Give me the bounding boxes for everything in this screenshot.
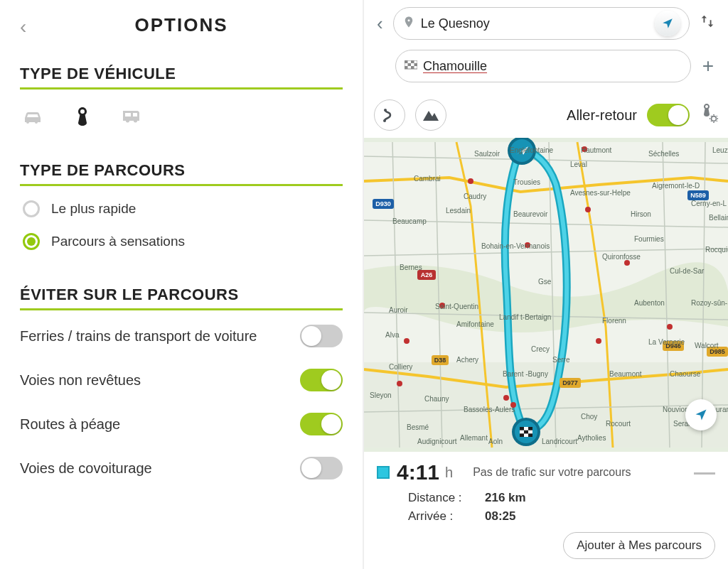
radio-icon — [23, 233, 40, 250]
motorcycle-icon[interactable] — [70, 104, 95, 129]
from-text: Le Quesnoy — [421, 16, 649, 31]
avoid-carpool: Voies de covoiturage — [20, 457, 343, 479]
avoid-unpaved: Voies non revêtues — [20, 369, 343, 391]
map-place-label: Audignicourt — [417, 438, 457, 445]
map-place-label: Quironfosse — [602, 253, 641, 261]
map-place-label: Leuze — [712, 146, 728, 154]
radio-label: Parcours à sensations — [51, 234, 185, 249]
map-place-label: Besmé — [407, 423, 429, 431]
map-place-label: Saulzoir — [474, 150, 500, 158]
options-panel: ‹ OPTIONS TYPE DE VÉHICULE TYPE DE PARCO… — [0, 0, 364, 569]
toggle-ferries[interactable] — [300, 325, 343, 347]
to-text: Chamouille — [423, 59, 682, 74]
route-panel: ‹ Le Quesnoy Chamouille — [364, 0, 728, 569]
to-row: Chamouille + — [374, 50, 718, 82]
add-waypoint-icon[interactable]: + — [698, 55, 718, 77]
map-place-label: Aigremont-le-D — [652, 182, 700, 190]
toggle-unpaved[interactable] — [300, 369, 343, 391]
to-field[interactable]: Chamouille — [395, 50, 691, 82]
arrival-value: 08:25 — [485, 507, 515, 526]
radio-fastest[interactable]: Le plus rapide — [23, 200, 343, 217]
svg-rect-3 — [408, 63, 412, 66]
svg-rect-31 — [524, 430, 528, 434]
map-svg: D930 A26 N589 D946 D985 D977 D38 Cambrai… — [364, 138, 728, 452]
svg-text:D977: D977 — [562, 379, 578, 386]
traffic-status: Pas de trafic sur votre parcours — [473, 466, 631, 479]
distance-label: Distance : — [408, 489, 479, 507]
svg-point-17 — [596, 338, 601, 344]
collapse-icon[interactable]: — — [694, 460, 715, 484]
route-settings-icon[interactable] — [700, 103, 718, 127]
radio-label: Le plus rapide — [51, 201, 136, 217]
map-place-label: Crecy — [531, 345, 550, 353]
avoid-heading: ÉVITER SUR LE PARCOURS — [20, 286, 343, 304]
svg-point-21 — [624, 260, 630, 266]
avoid-label: Ferries / trains de transport de voiture — [20, 328, 257, 345]
avoid-label: Voies de covoiturage — [20, 460, 152, 477]
svg-rect-1 — [405, 60, 408, 63]
avoid-label: Routes à péage — [20, 416, 120, 433]
radio-icon — [23, 200, 40, 217]
map-place-label: Leval — [570, 161, 587, 168]
svg-point-13 — [468, 178, 473, 184]
map-place-label: Caudry — [464, 193, 486, 200]
toggle-round-trip[interactable] — [647, 104, 690, 126]
rv-icon[interactable] — [119, 104, 145, 129]
map-place-label: Florenn — [602, 317, 626, 325]
options-title: OPTIONS — [20, 14, 343, 36]
options-header: ‹ OPTIONS — [20, 14, 343, 36]
map-place-label: Sleyon — [370, 391, 392, 399]
toggle-carpool[interactable] — [300, 457, 343, 479]
svg-point-9 — [712, 116, 717, 121]
svg-rect-5 — [405, 66, 408, 69]
map-place-label: Avesnes-sur-Helpe — [570, 189, 631, 197]
map-place-label: Cambrai — [414, 175, 441, 183]
swap-icon[interactable] — [697, 11, 718, 36]
avoid-list: Ferries / trains de transport de voiture… — [20, 325, 343, 479]
add-to-routes-button[interactable]: Ajouter à Mes parcours — [563, 532, 715, 559]
route-summary: 4:11 h Pas de trafic sur votre parcours … — [364, 452, 728, 569]
radio-sensations[interactable]: Parcours à sensations — [23, 233, 343, 250]
from-row: ‹ Le Quesnoy — [374, 7, 718, 40]
svg-rect-29 — [520, 427, 524, 430]
car-icon[interactable] — [20, 104, 46, 129]
map-place-label: Rocourt — [606, 420, 631, 428]
svg-rect-2 — [411, 60, 414, 63]
map[interactable]: D930 A26 N589 D946 D985 D977 D38 Cambrai… — [364, 138, 728, 452]
checkered-flag-icon — [405, 59, 417, 74]
map-place-label: Rocquigny — [705, 246, 728, 254]
svg-text:N589: N589 — [690, 192, 706, 199]
locate-me-icon[interactable] — [655, 11, 680, 36]
from-field[interactable]: Le Quesnoy — [393, 7, 690, 40]
map-place-label: Hirson — [631, 210, 651, 218]
map-place-label: Allemant — [460, 434, 488, 442]
map-place-label: Alva — [385, 331, 400, 339]
svg-rect-6 — [411, 66, 414, 69]
map-place-label: Chauny — [424, 395, 449, 403]
summary-row: 4:11 h Pas de trafic sur votre parcours … — [377, 460, 715, 484]
map-locate-icon[interactable] — [685, 399, 717, 430]
svg-point-16 — [585, 207, 591, 212]
svg-point-7 — [383, 119, 386, 122]
separator — [20, 184, 343, 186]
route-color-swatch — [377, 466, 390, 479]
route-options-row: Aller-retour — [364, 97, 728, 138]
avoid-ferries: Ferries / trains de transport de voiture — [20, 325, 343, 347]
map-place-label: Aoln — [488, 438, 503, 445]
winding-road-icon[interactable] — [374, 99, 405, 131]
duration-unit: h — [445, 465, 453, 481]
toggle-tolls[interactable] — [300, 413, 343, 435]
svg-rect-32 — [520, 433, 524, 437]
svg-text:D930: D930 — [375, 200, 391, 207]
svg-rect-4 — [414, 63, 418, 66]
mountain-icon[interactable] — [415, 99, 446, 131]
map-place-label: Séchelles — [648, 150, 679, 158]
map-place-label: Lesdain — [446, 207, 471, 215]
summary-details: Distance : 216 km Arrivée : 08:25 — [408, 489, 715, 525]
back-chevron-icon[interactable]: ‹ — [374, 10, 386, 38]
map-place-label: Chaourse — [670, 370, 701, 378]
back-chevron-icon[interactable]: ‹ — [20, 16, 26, 38]
map-place-label: La Vernerie — [648, 338, 685, 346]
map-place-label: Colliery — [389, 363, 412, 371]
vehicle-type-heading: TYPE DE VÉHICULE — [20, 65, 343, 83]
